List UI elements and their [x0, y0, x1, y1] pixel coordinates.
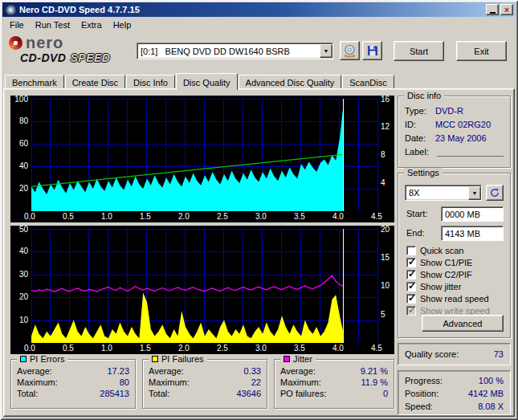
disc-id-label: ID:: [405, 118, 435, 132]
axis-tick-label: 100: [10, 96, 28, 104]
tab-benchmark[interactable]: Benchmark: [5, 75, 64, 89]
stat-row: Maximum:80: [11, 377, 135, 388]
progress-panel: Progress: 100 % Position: 4142 MB Speed:…: [398, 370, 511, 415]
speed-select-value: 8X: [406, 188, 468, 198]
axis-tick-label: 3.0: [255, 213, 273, 221]
checkbox-show-c2-pif[interactable]: Show C2/PIF: [406, 268, 507, 280]
refresh-button[interactable]: [486, 185, 504, 201]
disc-id-row: ID: MCC 02RG20: [398, 118, 510, 132]
menu-extra[interactable]: Extra: [75, 18, 108, 31]
axis-tick-label: 0.0: [24, 345, 42, 353]
tab-disc-quality[interactable]: Disc Quality: [176, 73, 238, 90]
menu-file[interactable]: File: [4, 18, 30, 31]
disc-label-row: Label:: [398, 145, 510, 159]
axis-tick-label: 4: [381, 179, 385, 187]
checkbox-quick-scan[interactable]: Quick scan: [406, 244, 507, 256]
settings-title: Settings: [404, 168, 443, 177]
checkbox-label: Show jitter: [420, 282, 461, 292]
quality-score-panel: Quality score: 73: [398, 343, 511, 365]
checkbox-box[interactable]: [406, 270, 416, 279]
axis-tick-label: 4.5: [371, 213, 389, 221]
tab-scandisc[interactable]: ScanDisc: [342, 75, 394, 89]
checkbox-box[interactable]: [406, 294, 416, 304]
axis-tick-label: 5: [381, 311, 385, 319]
stat-row-value: 43646: [236, 388, 261, 399]
scan-start-label: Start:: [406, 209, 427, 218]
axis-tick-label: 80: [10, 117, 28, 125]
drive-select-value: [0:1] BENQ DVD DD DW1640 BSRB: [137, 47, 320, 56]
disc-info-title: Disc info: [404, 91, 444, 100]
stat-row: Total:285413: [11, 388, 135, 399]
stat-row: PO failures:0: [275, 388, 394, 399]
exit-button[interactable]: Exit: [456, 41, 507, 61]
axis-tick-label: 3.5: [294, 213, 312, 221]
settings-checkbox-list: Quick scanShow C1/PIEShow C2/PIFShow jit…: [406, 244, 507, 316]
tab-disc-info[interactable]: Disc Info: [126, 75, 175, 89]
speed-select[interactable]: 8X ▼: [405, 185, 482, 201]
save-button[interactable]: [362, 41, 382, 60]
tab-advanced-disc-quality[interactable]: Advanced Disc Quality: [239, 75, 342, 89]
checkbox-show-jitter[interactable]: Show jitter: [406, 280, 507, 292]
axis-tick-label: 10: [381, 282, 390, 290]
axis-tick-label: 2.5: [217, 345, 235, 353]
stat-row-label: Average:: [149, 365, 184, 377]
checkbox-box[interactable]: [406, 282, 416, 292]
scan-start-input[interactable]: [441, 206, 504, 222]
speed-value: 8.08 X: [478, 400, 504, 413]
axis-tick-label: 0.5: [63, 345, 80, 353]
progress-row: Progress: 100 %: [405, 374, 504, 387]
checkbox-box[interactable]: [406, 258, 416, 267]
checkbox-box[interactable]: [406, 246, 416, 255]
speed-row: Speed: 8.08 X: [405, 400, 504, 413]
stat-row-label: Maximum:: [280, 377, 321, 388]
stat-row-label: Average:: [17, 365, 52, 377]
close-button[interactable]: ×: [500, 4, 513, 15]
checkbox-label: Show read speed: [420, 294, 489, 304]
disc-options-button[interactable]: [340, 41, 360, 60]
axis-tick-label: 4.0: [332, 345, 350, 353]
stat-row: Maximum:22: [143, 377, 267, 388]
title-bar[interactable]: Nero CD-DVD Speed 4.7.7.15 ×: [2, 2, 516, 17]
dropdown-arrow-icon[interactable]: ▼: [468, 186, 481, 200]
disc-date-value: 23 May 2006: [435, 132, 487, 145]
stat-legend: PI Failures: [149, 354, 207, 364]
axis-tick-label: 2.0: [178, 345, 196, 353]
app-disc-icon: [6, 5, 16, 15]
scan-end-label: End:: [406, 228, 425, 238]
scan-end-input[interactable]: [441, 226, 504, 241]
pi-failures-color-swatch: [152, 356, 158, 362]
checkbox-show-c1-pie[interactable]: Show C1/PIE: [406, 256, 507, 268]
nero-wordmark: nero: [26, 34, 63, 52]
speed-row: 8X ▼: [405, 185, 504, 201]
axis-tick-label: 20: [10, 293, 28, 301]
minimize-button[interactable]: [486, 4, 499, 15]
menu-run-test[interactable]: Run Test: [30, 18, 75, 31]
axis-tick-label: 50: [10, 226, 28, 234]
disc-type-value: DVD-R: [435, 104, 463, 118]
axis-tick-label: 1.0: [101, 345, 119, 353]
progress-label: Progress:: [405, 374, 443, 387]
disc-id-value: MCC 02RG20: [435, 118, 491, 132]
axis-tick-label: 3.5: [294, 345, 312, 353]
stat-row: Average:9.21 %: [275, 365, 394, 377]
drive-select[interactable]: [0:1] BENQ DVD DD DW1640 BSRB ▼: [137, 43, 333, 59]
checkbox-show-read-speed[interactable]: Show read speed: [406, 292, 507, 304]
tab-create-disc[interactable]: Create Disc: [65, 75, 125, 89]
axis-tick-label: 2.0: [178, 213, 196, 221]
axis-tick-label: 1.5: [140, 213, 157, 221]
jitter-stats-group: JitterAverage:9.21 %Maximum:11.9 %PO fai…: [274, 359, 394, 409]
stat-row-value: 17.23: [107, 365, 129, 377]
checkbox-label: Quick scan: [420, 246, 463, 255]
advanced-button[interactable]: Advanced: [422, 315, 504, 332]
disc-info-group: Disc info Type: DVD-R ID: MCC 02RG20 Dat…: [398, 96, 511, 168]
stat-row-value: 22: [251, 377, 261, 388]
menu-help[interactable]: Help: [108, 18, 137, 31]
pi-errors-chart: 204060801004812160.00.51.01.52.02.53.03.…: [10, 96, 394, 222]
stat-row-value: 285413: [100, 388, 129, 399]
stat-legend: Jitter: [280, 354, 316, 364]
tab-strip: BenchmarkCreate DiscDisc InfoDisc Qualit…: [5, 72, 515, 89]
dropdown-arrow-icon[interactable]: ▼: [320, 44, 332, 58]
stat-row-label: Maximum:: [149, 377, 190, 388]
start-button[interactable]: Start: [394, 41, 444, 61]
stat-row: Average:17.23: [11, 365, 135, 377]
